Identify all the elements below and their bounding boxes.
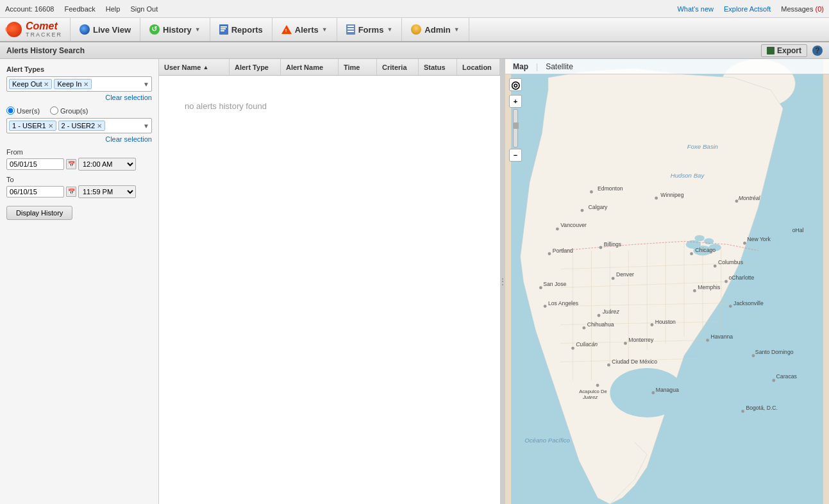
svg-point-44 [743,242,746,245]
from-time-select[interactable]: 12:00 AM [78,158,136,171]
tag-user1-remove[interactable]: ✕ [48,122,53,130]
logo: Comet tracker [0,18,71,41]
users-clear-link[interactable]: Clear selection [6,135,152,143]
export-grid-icon [767,47,775,55]
svg-text:Memphis: Memphis [698,284,721,290]
from-date-row: 📅 12:00 AM [6,158,152,171]
map-zoom-in-button[interactable]: + [509,95,522,108]
alert-types-dropdown-icon[interactable]: ▼ [143,81,149,88]
th-criteria[interactable]: Criteria [377,59,419,75]
svg-text:Denver: Denver [616,271,634,278]
map-tab-satellite[interactable]: Satellite [543,61,576,72]
export-button[interactable]: Export [761,44,807,57]
svg-point-30 [556,228,559,231]
th-location[interactable]: Location [457,59,500,75]
svg-text:Hudson Bay: Hudson Bay [671,172,705,179]
globe-icon [80,24,90,35]
radio-row: User(s) Group(s) [6,106,152,115]
map-tab-map[interactable]: Map [510,61,531,72]
center-panel: User Name ▲ Alert Type Alert Name Time C… [159,59,500,504]
svg-text:Los Angeles: Los Angeles [548,300,579,307]
svg-point-8 [694,235,704,242]
help-link[interactable]: Help [106,5,121,13]
svg-text:Santo Domingo: Santo Domingo [755,349,794,355]
to-cal-icon[interactable]: 📅 [66,187,76,197]
signout-link[interactable]: Sign Out [130,5,158,13]
from-cal-icon[interactable]: 📅 [66,159,76,169]
from-date-input[interactable] [6,158,64,170]
map-compass-button[interactable]: ◎ [509,78,522,91]
display-history-button[interactable]: Display History [6,206,72,220]
top-bar-right: What's new Explore Actsoft Messages (0) [677,5,824,13]
tag-keepout-remove[interactable]: ✕ [44,81,49,88]
nav-item-alerts[interactable]: ! Alerts ▼ [272,18,337,41]
map-zoom-thumb[interactable] [514,122,519,129]
comet-logo-icon [5,21,23,38]
tag-keepout[interactable]: Keep Out ✕ [9,79,52,89]
svg-text:Juárez: Juárez [582,394,598,400]
th-time[interactable]: Time [339,59,377,75]
to-date-row: 📅 11:59 PM [6,185,152,198]
account-label: Account: 16608 [5,5,54,13]
to-time-select[interactable]: 11:59 PM [78,185,136,198]
radio-groups-input[interactable] [50,106,58,115]
th-username[interactable]: User Name ▲ [159,59,230,75]
svg-point-75 [651,391,655,394]
th-alerttype[interactable]: Alert Type [230,59,281,75]
svg-text:Foxe Basin: Foxe Basin [687,143,718,150]
svg-text:oHal: oHal [792,227,804,233]
svg-point-38 [548,252,551,255]
tag-user2-remove[interactable]: ✕ [97,122,102,130]
feedback-link[interactable]: Feedback [64,5,95,13]
nav-item-liveview[interactable]: Live View [71,18,140,41]
map-zoom-track [513,109,518,147]
map-zoom-out-button[interactable]: − [509,149,522,162]
alert-types-label: Alert Types [6,65,152,73]
table-body: no alerts history found [159,76,500,504]
svg-text:Chihuahua: Chihuahua [587,321,614,328]
tag-user1[interactable]: 1 - USER1 ✕ [9,121,56,131]
nav-item-history[interactable]: ↺ History ▼ [140,18,210,41]
messages-label[interactable]: Messages (0) [781,5,824,13]
svg-text:Bogotá, D.C.: Bogotá, D.C. [746,405,778,411]
svg-text:Océano  Pacífico: Océano Pacífico [524,437,570,444]
svg-point-10 [709,396,746,414]
svg-text:Portland: Portland [553,248,573,254]
svg-point-64 [624,342,627,345]
tag-user2[interactable]: 2 - USER2 ✕ [58,121,106,131]
whats-new-link[interactable]: What's new [677,5,714,13]
svg-text:Managua: Managua [656,387,679,393]
no-data-message: no alerts history found [172,88,280,124]
svg-text:New York: New York [747,236,771,242]
nav-item-reports[interactable]: Reports [210,18,272,41]
top-bar-left: Account: 16608 Feedback Help Sign Out [5,5,158,13]
main-area: Alert Types Keep Out ✕ Keep In ✕ ▼ Clear… [0,59,829,504]
svg-point-60 [729,305,732,308]
user-dropdown-icon[interactable]: ▼ [143,122,149,130]
explore-link[interactable]: Explore Actsoft [724,5,771,13]
nav-item-admin[interactable]: Admin ▼ [402,18,469,41]
map-controls: ◎ + − [509,78,522,162]
svg-text:oCharlotte: oCharlotte [728,274,754,281]
radio-users-label[interactable]: User(s) [6,106,40,115]
th-status[interactable]: Status [419,59,457,75]
svg-point-32 [655,196,658,199]
admin-chevron-icon: ▼ [454,26,460,33]
svg-point-77 [752,354,755,357]
map-panel: Map | Satellite [505,59,829,504]
panel-resizer[interactable] [500,59,505,504]
alerts-chevron-icon: ▼ [322,26,328,33]
nav-item-forms[interactable]: Forms ▼ [337,18,403,41]
svg-text:Billings: Billings [604,241,622,248]
to-date-input[interactable] [6,186,64,197]
alert-types-clear-link[interactable]: Clear selection [6,94,152,101]
th-alertname[interactable]: Alert Name [281,59,339,75]
radio-groups-label[interactable]: Group(s) [50,106,88,115]
svg-point-46 [714,264,717,267]
help-icon[interactable]: ? [812,46,823,56]
tag-keepin[interactable]: Keep In ✕ [54,79,92,89]
radio-users-input[interactable] [6,106,15,115]
sort-asc-icon: ▲ [203,64,208,71]
table-header: User Name ▲ Alert Type Alert Name Time C… [159,59,500,76]
tag-keepin-remove[interactable]: ✕ [83,81,88,88]
